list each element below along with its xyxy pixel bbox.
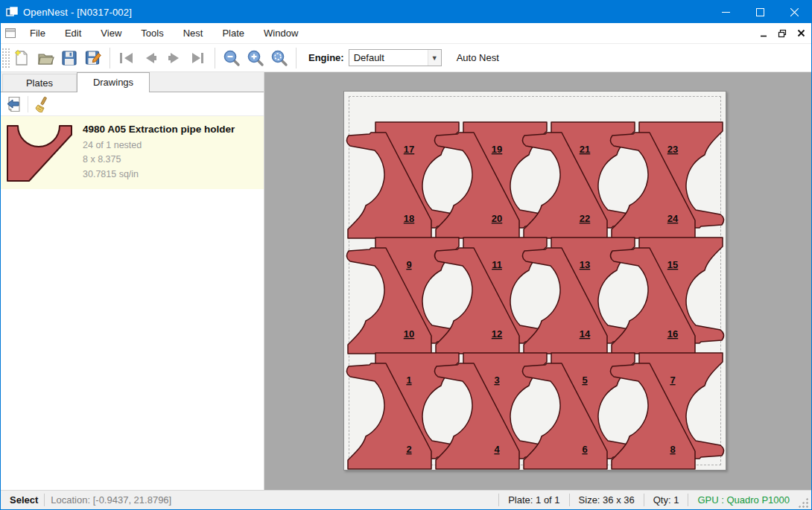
- menu-nest[interactable]: Nest: [174, 24, 213, 42]
- status-location: Location: [-0.9437, 21.8796]: [51, 494, 171, 506]
- engine-label: Engine:: [308, 52, 344, 63]
- menu-view[interactable]: View: [91, 24, 131, 42]
- minimize-button[interactable]: [708, 1, 743, 23]
- menu-tools[interactable]: Tools: [131, 24, 173, 42]
- auto-nest-button[interactable]: Auto Nest: [452, 49, 504, 66]
- part-number-label: 10: [404, 328, 414, 340]
- part-number-label: 4: [494, 444, 500, 455]
- part-number-label: 24: [667, 213, 679, 224]
- previous-plate-button[interactable]: [139, 46, 162, 70]
- part-number-label: 18: [404, 213, 414, 224]
- maximize-button[interactable]: [743, 1, 777, 23]
- document-window-icon[interactable]: [1, 28, 20, 39]
- part-number-label: 15: [667, 259, 678, 270]
- nest-canvas[interactable]: 171819202122232491011121314151612345678: [264, 72, 811, 490]
- first-plate-button[interactable]: [115, 46, 139, 70]
- mdi-minimize-button[interactable]: [755, 25, 772, 42]
- panel-tabs: Plates Drawings: [1, 72, 264, 92]
- part-number-label: 17: [404, 144, 414, 155]
- app-window: OpenNest - [N0317-002] File Edit View To…: [0, 0, 812, 510]
- status-plate-count: Plate: 1 of 1: [505, 494, 562, 506]
- part-number-label: 23: [667, 144, 678, 155]
- part-number-label: 7: [670, 374, 675, 386]
- main-toolbar: Engine: Default ▼ Auto Nest: [1, 44, 811, 72]
- mdi-close-button[interactable]: [793, 25, 809, 42]
- drawings-toolbar: [1, 92, 264, 116]
- engine-selected-value: Default: [349, 52, 428, 63]
- menu-bar: File Edit View Tools Nest Plate Window: [1, 23, 811, 44]
- part-number-label: 21: [580, 144, 590, 155]
- status-mode: Select: [1, 494, 38, 506]
- part-number-label: 20: [492, 213, 502, 224]
- menu-edit[interactable]: Edit: [55, 24, 91, 42]
- clear-drawings-button[interactable]: [31, 94, 52, 115]
- drawing-area: 30.7815 sq/in: [83, 168, 235, 182]
- menu-file[interactable]: File: [20, 24, 55, 42]
- part-number-label: 16: [667, 328, 678, 340]
- part-number-label: 2: [406, 444, 411, 455]
- close-button[interactable]: [777, 1, 811, 23]
- nested-parts-layout[interactable]: 171819202122232491011121314151612345678: [344, 92, 727, 471]
- title-bar[interactable]: OpenNest - [N0317-002]: [1, 1, 811, 23]
- engine-select[interactable]: Default ▼: [349, 49, 442, 66]
- side-panel: Plates Drawings: [1, 72, 264, 490]
- part-number-label: 6: [582, 444, 587, 455]
- import-drawing-button[interactable]: [4, 94, 25, 115]
- part-thumbnail: [5, 122, 74, 183]
- menu-plate[interactable]: Plate: [212, 24, 254, 42]
- zoom-fit-button[interactable]: [267, 46, 291, 70]
- part-number-label: 19: [492, 144, 502, 155]
- open-file-button[interactable]: [34, 46, 57, 70]
- part-number-label: 9: [406, 259, 411, 270]
- plate-sheet[interactable]: 171819202122232491011121314151612345678: [343, 91, 726, 471]
- chevron-down-icon[interactable]: ▼: [428, 50, 441, 66]
- next-plate-button[interactable]: [162, 46, 186, 70]
- status-qty: Qty: 1: [650, 494, 682, 506]
- part-number-label: 12: [492, 328, 502, 340]
- status-bar: Select Location: [-0.9437, 21.8796] Plat…: [1, 490, 811, 509]
- toolbar-grip[interactable]: [2, 48, 10, 68]
- part-number-label: 5: [582, 374, 587, 386]
- part-number-label: 13: [580, 259, 590, 270]
- save-as-button[interactable]: [81, 46, 105, 70]
- mdi-restore-button[interactable]: [774, 25, 790, 42]
- part-number-label: 22: [580, 213, 590, 224]
- drawing-list-item[interactable]: 4980 A05 Extraction pipe holder 24 of 1 …: [1, 116, 264, 189]
- part-number-label: 8: [670, 444, 675, 455]
- save-button[interactable]: [57, 46, 81, 70]
- drawing-nested-count: 24 of 1 nested: [83, 138, 235, 153]
- app-icon: [1, 6, 23, 18]
- zoom-in-button[interactable]: [244, 46, 267, 70]
- tab-plates[interactable]: Plates: [2, 74, 77, 92]
- zoom-out-button[interactable]: [220, 46, 244, 70]
- status-plate-size: Size: 36 x 36: [576, 494, 638, 506]
- tab-drawings[interactable]: Drawings: [77, 72, 150, 92]
- new-file-button[interactable]: [10, 46, 34, 70]
- drawing-title: 4980 A05 Extraction pipe holder: [83, 124, 235, 135]
- part-number-label: 3: [494, 374, 499, 386]
- resize-grip[interactable]: [797, 497, 809, 509]
- drawing-dimensions: 8 x 8.375: [83, 153, 235, 167]
- last-plate-button[interactable]: [186, 46, 210, 70]
- menu-window[interactable]: Window: [254, 24, 308, 42]
- part-number-label: 14: [580, 328, 591, 340]
- part-number-label: 1: [406, 374, 411, 386]
- window-title: OpenNest - [N0317-002]: [23, 7, 132, 18]
- part-number-label: 11: [492, 259, 502, 270]
- status-gpu: GPU : Quadro P1000: [694, 494, 793, 506]
